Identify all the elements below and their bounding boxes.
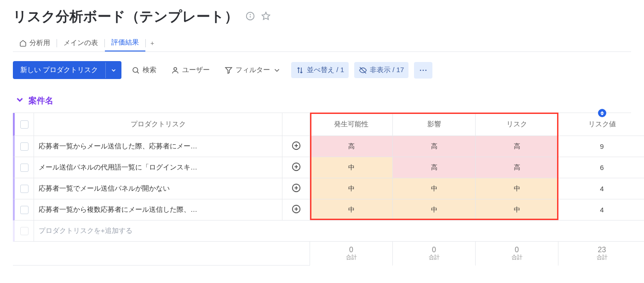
toolbar: 新しい プロダクトリスク 検索 ユーザー フィルター 並べ替え / 1 非表示 …	[13, 61, 631, 79]
user-button[interactable]: ユーザー	[167, 62, 214, 78]
svg-point-11	[426, 69, 427, 71]
risk-name-cell[interactable]: 応募者一覧から複数応募者にメール送信した際、…	[34, 199, 282, 221]
hide-icon	[359, 66, 367, 74]
likelihood-cell[interactable]: 高	[310, 136, 393, 157]
tab-add[interactable]: +	[146, 36, 159, 51]
footer-spacer	[34, 242, 282, 266]
new-risk-label: 新しい プロダクトリスク	[13, 61, 105, 79]
add-comment-icon[interactable]	[291, 183, 301, 194]
comment-cell	[282, 157, 310, 178]
star-icon[interactable]	[261, 11, 270, 22]
select-all-checkbox[interactable]	[13, 113, 34, 136]
likelihood-cell[interactable]: 中	[310, 157, 393, 178]
hide-button[interactable]: 非表示 / 17	[354, 62, 408, 78]
sum-risk-value: 23合計	[558, 242, 644, 266]
more-icon	[419, 66, 428, 75]
impact-cell[interactable]: 中	[393, 178, 476, 199]
impact-cell[interactable]: 高	[393, 136, 476, 157]
comment-cell	[282, 136, 310, 157]
comment-cell	[282, 199, 310, 221]
svg-line-5	[138, 72, 139, 73]
add-row-checkbox	[13, 221, 34, 242]
row-checkbox[interactable]	[13, 136, 34, 157]
col-comment	[282, 113, 310, 136]
group-title: 案件名	[29, 95, 53, 106]
footer-spacer	[13, 242, 34, 266]
risk-level-cell[interactable]: 中	[476, 199, 558, 221]
risk-name-cell[interactable]: メール送信パネルの代用語一覧に「ログインスキ…	[34, 157, 282, 178]
col-risk-value[interactable]: リスク値	[558, 113, 644, 136]
svg-point-9	[420, 69, 421, 71]
user-icon	[171, 66, 179, 74]
svg-point-10	[423, 69, 424, 71]
risk-value-cell: 6	[558, 157, 644, 178]
data-table: プロダクトリスク発生可能性影響リスクリスク値応募者一覧からメール送信した際、応募…	[13, 113, 631, 266]
filter-button[interactable]: フィルター	[220, 62, 286, 78]
add-comment-icon[interactable]	[291, 162, 301, 173]
risk-name-cell[interactable]: 応募者一覧からメール送信した際、応募者にメー…	[34, 136, 282, 157]
tab-bar: 分析用 メインの表 評価結果 +	[13, 34, 631, 52]
more-button[interactable]	[414, 62, 432, 79]
search-label: 検索	[143, 66, 156, 74]
tab-results[interactable]: 評価結果	[105, 34, 145, 51]
group-collapse[interactable]	[15, 95, 25, 106]
svg-point-4	[133, 68, 138, 73]
impact-cell[interactable]: 高	[393, 157, 476, 178]
tab-analysis[interactable]: 分析用	[13, 35, 57, 51]
sort-label: 並べ替え / 1	[307, 66, 344, 74]
impact-cell[interactable]: 中	[393, 199, 476, 221]
comment-cell	[282, 178, 310, 199]
sort-button[interactable]: 並べ替え / 1	[291, 62, 349, 78]
footer-spacer	[282, 242, 310, 266]
chevron-down-icon	[15, 95, 25, 105]
search-icon	[132, 66, 140, 74]
row-checkbox[interactable]	[13, 178, 34, 199]
svg-marker-3	[262, 12, 270, 20]
likelihood-cell[interactable]: 中	[310, 199, 393, 221]
sort-icon	[296, 66, 304, 74]
new-risk-dropdown[interactable]	[105, 62, 121, 78]
user-label: ユーザー	[182, 66, 210, 74]
add-comment-icon[interactable]	[291, 141, 301, 152]
new-risk-button[interactable]: 新しい プロダクトリスク	[13, 61, 121, 79]
col-risk-level[interactable]: リスク	[476, 113, 558, 136]
filter-icon	[224, 66, 233, 74]
risk-value-cell: 4	[558, 199, 644, 221]
filter-label: フィルター	[236, 66, 270, 74]
svg-point-6	[174, 68, 177, 70]
sort-badge-icon[interactable]	[598, 109, 606, 117]
add-comment-icon[interactable]	[291, 204, 301, 215]
search-button[interactable]: 検索	[127, 62, 161, 78]
risk-value-cell: 4	[558, 178, 644, 199]
col-impact[interactable]: 影響	[393, 113, 476, 136]
sum-impact: 0合計	[393, 242, 476, 266]
sum-risk-level: 0合計	[476, 242, 558, 266]
risk-name-cell[interactable]: 応募者一覧でメール送信パネルが開かない	[34, 178, 282, 199]
tab-label: メインの表	[63, 39, 98, 47]
svg-point-2	[250, 14, 251, 15]
info-icon[interactable]	[246, 11, 255, 22]
chevron-down-icon	[273, 66, 281, 74]
tab-label: 評価結果	[111, 38, 139, 47]
row-checkbox[interactable]	[13, 199, 34, 221]
hide-label: 非表示 / 17	[370, 66, 404, 74]
risk-level-cell[interactable]: 高	[476, 136, 558, 157]
risk-value-cell: 9	[558, 136, 644, 157]
risk-level-cell[interactable]: 高	[476, 157, 558, 178]
col-risk[interactable]: プロダクトリスク	[34, 113, 282, 136]
add-row-button[interactable]: プロダクトリスクを+追加する	[34, 221, 644, 242]
home-icon	[19, 40, 27, 47]
tab-label: 分析用	[29, 39, 50, 47]
tab-main-table[interactable]: メインの表	[57, 35, 104, 51]
svg-marker-7	[225, 68, 232, 74]
likelihood-cell[interactable]: 中	[310, 178, 393, 199]
risk-level-cell[interactable]: 中	[476, 178, 558, 199]
col-likelihood[interactable]: 発生可能性	[310, 113, 393, 136]
sum-likelihood: 0合計	[310, 242, 393, 266]
row-checkbox[interactable]	[13, 157, 34, 178]
chevron-down-icon	[110, 67, 117, 74]
page-title: リスク分析ボード（テンプレート）	[13, 7, 238, 26]
